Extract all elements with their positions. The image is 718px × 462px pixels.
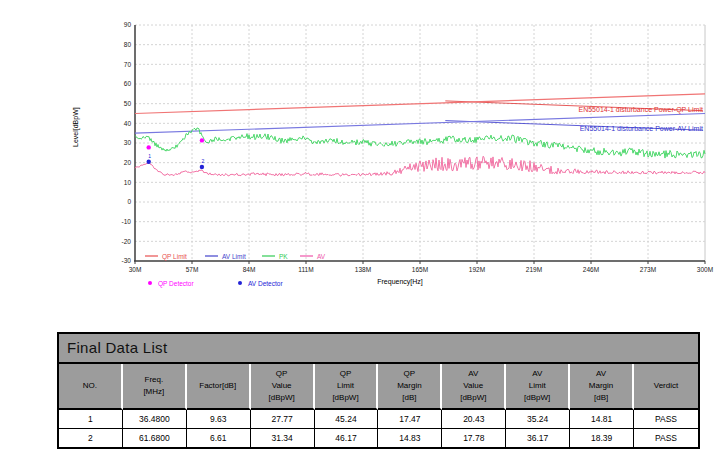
svg-text:80: 80 xyxy=(124,41,132,48)
svg-text:50: 50 xyxy=(124,100,132,107)
x-axis-label: Frequency[Hz] xyxy=(340,278,460,285)
table-cell: 35.24 xyxy=(506,410,570,429)
svg-text:0: 0 xyxy=(127,198,131,205)
table-cell: 27.77 xyxy=(251,410,315,429)
svg-text:300M: 300M xyxy=(697,266,713,273)
svg-text:84M: 84M xyxy=(243,266,256,273)
svg-text:AV Limit: AV Limit xyxy=(222,253,246,260)
table-cell: 9.63 xyxy=(187,410,251,429)
svg-text:-10: -10 xyxy=(122,218,132,225)
table-cell: 14.81 xyxy=(570,410,634,429)
svg-text:20: 20 xyxy=(124,159,132,166)
table-cell: 14.83 xyxy=(378,429,442,447)
disturbance-power-chart: Level[dBpW] 9080706050403020100-10-20-30… xyxy=(0,0,718,300)
chart-plot-canvas: 9080706050403020100-10-20-3030M57M84M111… xyxy=(0,0,718,300)
svg-text:192M: 192M xyxy=(469,266,485,273)
svg-text:-20: -20 xyxy=(122,238,132,245)
table-row: 261.68006.6131.3446.1714.8317.7836.1718.… xyxy=(59,429,698,447)
table-header-cell: AV Value [dBpW] xyxy=(442,364,506,410)
svg-text:QP Detector: QP Detector xyxy=(158,280,194,288)
table-cell: 6.61 xyxy=(187,429,251,447)
table-cell: 46.17 xyxy=(315,429,379,447)
table-cell: 20.43 xyxy=(442,410,506,429)
table-header-cell: QP Value [dBpW] xyxy=(251,364,315,410)
svg-text:AV: AV xyxy=(317,253,326,260)
table-title: Final Data List xyxy=(59,334,698,364)
table-cell: 17.47 xyxy=(378,410,442,429)
emc-report-page: Level[dBpW] 9080706050403020100-10-20-30… xyxy=(0,0,718,462)
svg-text:57M: 57M xyxy=(186,266,199,273)
verdict-cell: PASS xyxy=(634,429,698,447)
svg-text:138M: 138M xyxy=(355,266,371,273)
verdict-cell: PASS xyxy=(634,410,698,429)
svg-text:AV Detector: AV Detector xyxy=(248,280,283,287)
table-header-cell: Factor[dB] xyxy=(187,364,251,410)
table-cell: 17.78 xyxy=(442,429,506,447)
svg-text:2: 2 xyxy=(202,158,205,164)
svg-text:1: 1 xyxy=(148,153,151,159)
svg-text:-30: -30 xyxy=(122,257,132,264)
table-header-row: NO.Freq. [MHz]Factor[dB]QP Value [dBpW]Q… xyxy=(59,364,698,410)
table-header-cell: AV Margin [dB] xyxy=(570,364,634,410)
svg-text:QP Limit: QP Limit xyxy=(162,253,187,261)
table-cell: 36.17 xyxy=(506,429,570,447)
svg-text:273M: 273M xyxy=(640,266,656,273)
table-header-cell: QP Limit [dBpW] xyxy=(315,364,379,410)
table-header-cell: QP Margin [dB] xyxy=(378,364,442,410)
table-cell: 31.34 xyxy=(251,429,315,447)
svg-text:EN55014-1 disturbance Power-QP: EN55014-1 disturbance Power-QP Limit xyxy=(579,106,703,114)
table-cell: 1 xyxy=(59,410,123,429)
table-cell: 18.39 xyxy=(570,429,634,447)
table-cell: 45.24 xyxy=(315,410,379,429)
table-cell: 61.6800 xyxy=(123,429,187,447)
svg-text:10: 10 xyxy=(124,179,132,186)
table-cell: 36.4800 xyxy=(123,410,187,429)
svg-text:PK: PK xyxy=(279,253,288,260)
table-cell: 2 xyxy=(59,429,123,447)
svg-text:EN55014-1 disturbance Power-AV: EN55014-1 disturbance Power-AV Limit xyxy=(580,125,703,132)
table-title-row: Final Data List xyxy=(59,334,698,364)
table-header-cell: AV Limit [dBpW] xyxy=(506,364,570,410)
svg-text:30: 30 xyxy=(124,139,132,146)
svg-text:219M: 219M xyxy=(526,266,542,273)
svg-text:40: 40 xyxy=(124,120,132,127)
final-data-table: Final Data List NO.Freq. [MHz]Factor[dB]… xyxy=(57,332,700,449)
svg-text:60: 60 xyxy=(124,80,132,87)
table-header-cell: Freq. [MHz] xyxy=(123,364,187,410)
table-header-cell: Verdict xyxy=(634,364,698,410)
svg-text:30M: 30M xyxy=(129,266,142,273)
svg-text:70: 70 xyxy=(124,61,132,68)
svg-text:90: 90 xyxy=(124,21,132,28)
table-header-cell: NO. xyxy=(59,364,123,410)
svg-text:111M: 111M xyxy=(298,266,313,273)
svg-text:246M: 246M xyxy=(583,266,599,273)
table-row: 136.48009.6327.7745.2417.4720.4335.2414.… xyxy=(59,410,698,429)
svg-text:165M: 165M xyxy=(412,266,428,273)
